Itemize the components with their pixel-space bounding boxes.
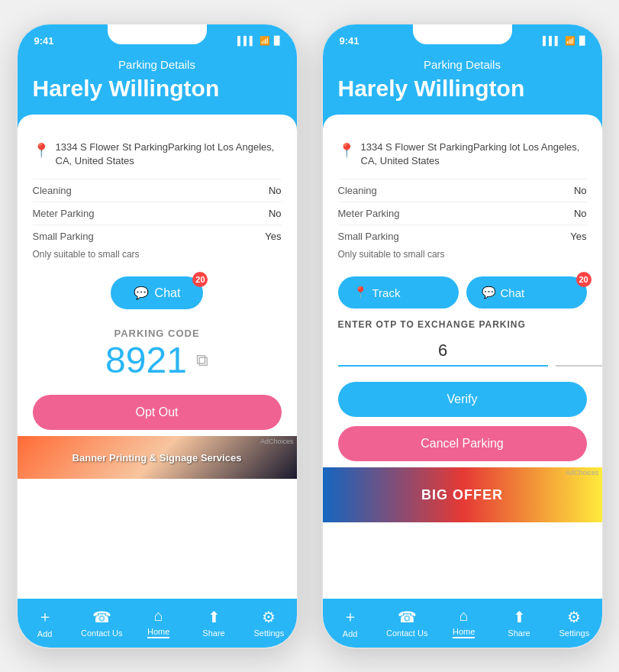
cleaning-value-1: No bbox=[269, 185, 282, 196]
location-row-2: 📍 1334 S Flower St ParkingParking lot Lo… bbox=[338, 141, 587, 168]
ad-badge-2: AdChoices bbox=[566, 469, 599, 477]
track-button-2[interactable]: 📍 Track bbox=[338, 276, 459, 309]
nav-settings-label-2: Settings bbox=[559, 628, 589, 638]
notch-1 bbox=[108, 24, 207, 44]
header-1: Parking Details Harely Willington bbox=[18, 52, 297, 115]
nav-contact-label-2: Contact Us bbox=[386, 628, 427, 638]
detail-row-meter-2: Meter Parking No bbox=[338, 202, 587, 225]
contact-icon-1: ☎ bbox=[92, 608, 111, 626]
meter-label-2: Meter Parking bbox=[338, 208, 400, 219]
ad-text-2: BIG OFFER bbox=[421, 487, 503, 503]
nav-settings-label-1: Settings bbox=[253, 628, 284, 638]
otp-label-2: ENTER OTP TO EXCHANGE PARKING bbox=[338, 319, 587, 330]
location-text-1: 1334 S Flower St ParkingParking lot Los … bbox=[56, 141, 282, 168]
otp-input-2[interactable] bbox=[556, 338, 602, 367]
chat-label-1: Chat bbox=[155, 286, 181, 300]
parking-code-value-1: 8921 ⧉ bbox=[33, 339, 282, 381]
chat-icon-1: 💬 bbox=[134, 286, 149, 300]
parking-code-label-1: PARKING CODE bbox=[33, 328, 282, 339]
small-label-2: Small Parking bbox=[338, 231, 399, 242]
home-icon-1: ⌂ bbox=[154, 607, 163, 625]
nav-settings-1[interactable]: ⚙ Settings bbox=[250, 608, 288, 638]
nav-home-label-2: Home bbox=[453, 627, 475, 638]
battery-icon-2: ▉ bbox=[579, 36, 585, 46]
small-value-1: Yes bbox=[265, 231, 281, 242]
otp-input-1[interactable] bbox=[338, 338, 548, 367]
location-text-2: 1334 S Flower St ParkingParking lot Los … bbox=[361, 141, 587, 168]
notch-2 bbox=[413, 24, 512, 44]
chat-button-2[interactable]: 💬 Chat 20 bbox=[466, 276, 587, 309]
wifi-icon-1: 📶 bbox=[260, 36, 270, 46]
header-name-2: Harely Willington bbox=[338, 76, 587, 101]
action-buttons-2: 📍 Track 💬 Chat 20 bbox=[338, 276, 587, 309]
nav-add-label-1: Add bbox=[37, 629, 53, 638]
share-icon-1: ⬆ bbox=[208, 608, 221, 626]
cleaning-value-2: No bbox=[574, 185, 587, 196]
chat-badge-2: 20 bbox=[576, 272, 592, 287]
nav-share-label-2: Share bbox=[508, 628, 530, 638]
signal-icon-2: ▌▌▌ bbox=[543, 36, 560, 45]
nav-contact-label-1: Contact Us bbox=[81, 628, 122, 638]
nav-share-2[interactable]: ⬆ Share bbox=[500, 608, 538, 638]
ad-text-1: Banner Printing & Signage Services bbox=[73, 452, 242, 464]
verify-button-2[interactable]: Verify bbox=[338, 382, 587, 417]
chat-badge-1: 20 bbox=[192, 272, 208, 287]
header-name-1: Harely Willington bbox=[33, 76, 282, 101]
header-wave-1 bbox=[18, 115, 297, 130]
share-icon-2: ⬆ bbox=[513, 608, 526, 626]
opt-out-button-1[interactable]: Opt Out bbox=[33, 395, 282, 430]
add-icon-1: ＋ bbox=[37, 606, 53, 627]
chat-button-1[interactable]: 💬 Chat 20 bbox=[111, 276, 204, 309]
nav-add-label-2: Add bbox=[343, 629, 358, 638]
ad-badge-1: AdChoices bbox=[260, 438, 294, 445]
location-pin-icon-1: 📍 bbox=[33, 142, 50, 159]
code-digits-1: 8921 bbox=[105, 339, 187, 381]
nav-share-1[interactable]: ⬆ Share bbox=[195, 608, 233, 638]
status-time-2: 9:41 bbox=[340, 35, 359, 47]
header-title-2: Parking Details bbox=[338, 58, 587, 71]
bottom-nav-2: ＋ Add ☎ Contact Us ⌂ Home ⬆ Share ⚙ Sett… bbox=[323, 599, 602, 648]
ad-banner-2: AdChoices BIG OFFER bbox=[323, 467, 602, 522]
detail-row-small-1: Small Parking Yes bbox=[33, 225, 282, 247]
nav-contact-1[interactable]: ☎ Contact Us bbox=[81, 608, 122, 638]
status-icons-2: ▌▌▌ 📶 ▉ bbox=[543, 36, 585, 46]
contact-icon-2: ☎ bbox=[398, 608, 417, 626]
detail-row-meter-1: Meter Parking No bbox=[33, 202, 282, 225]
chat-icon-2: 💬 bbox=[482, 286, 496, 299]
nav-add-2[interactable]: ＋ Add bbox=[331, 606, 369, 638]
nav-share-label-1: Share bbox=[202, 628, 224, 638]
location-row-1: 📍 1334 S Flower St ParkingParking lot Lo… bbox=[33, 141, 282, 168]
phone-2: 9:41 ▌▌▌ 📶 ▉ Parking Details Harely Will… bbox=[321, 23, 604, 649]
phone-1: 9:41 ▌▌▌ 📶 ▉ Parking Details Harely Will… bbox=[16, 23, 298, 649]
content-1: 📍 1334 S Flower St ParkingParking lot Lo… bbox=[18, 130, 297, 599]
otp-inputs-2 bbox=[338, 338, 587, 367]
nav-home-label-1: Home bbox=[147, 627, 169, 638]
small-note-1: Only suitable to small cars bbox=[33, 247, 282, 266]
add-icon-2: ＋ bbox=[343, 606, 358, 627]
meter-value-2: No bbox=[574, 208, 587, 219]
parking-code-section-1: PARKING CODE 8921 ⧉ bbox=[33, 328, 282, 381]
small-label-1: Small Parking bbox=[33, 231, 94, 242]
nav-add-1[interactable]: ＋ Add bbox=[26, 606, 64, 638]
small-note-2: Only suitable to small cars bbox=[338, 247, 587, 266]
detail-row-cleaning-2: Cleaning No bbox=[338, 179, 587, 202]
settings-icon-2: ⚙ bbox=[567, 608, 581, 626]
status-time-1: 9:41 bbox=[34, 35, 54, 47]
cleaning-label-2: Cleaning bbox=[338, 185, 377, 196]
nav-home-1[interactable]: ⌂ Home bbox=[140, 607, 178, 638]
nav-home-2[interactable]: ⌂ Home bbox=[445, 607, 483, 638]
wifi-icon-2: 📶 bbox=[565, 36, 575, 46]
signal-icon-1: ▌▌▌ bbox=[237, 36, 255, 45]
battery-icon-1: ▉ bbox=[274, 36, 280, 46]
copy-icon-1[interactable]: ⧉ bbox=[196, 351, 208, 370]
nav-settings-2[interactable]: ⚙ Settings bbox=[555, 608, 593, 638]
status-icons-1: ▌▌▌ 📶 ▉ bbox=[237, 36, 279, 46]
meter-label-1: Meter Parking bbox=[33, 208, 95, 219]
nav-contact-2[interactable]: ☎ Contact Us bbox=[386, 608, 427, 638]
track-icon-2: 📍 bbox=[353, 286, 368, 299]
location-pin-icon-2: 📍 bbox=[338, 142, 355, 159]
cleaning-label-1: Cleaning bbox=[33, 185, 72, 196]
detail-row-small-2: Small Parking Yes bbox=[338, 225, 587, 247]
cancel-parking-button-2[interactable]: Cancel Parking bbox=[338, 426, 587, 461]
home-icon-2: ⌂ bbox=[459, 607, 469, 625]
